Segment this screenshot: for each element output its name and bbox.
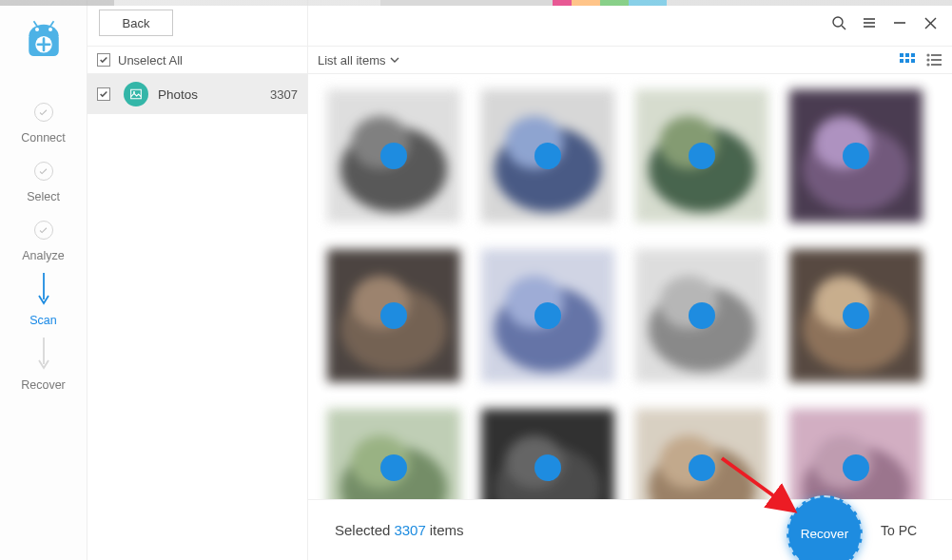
thumbnail-grid-scroll[interactable]	[308, 74, 952, 560]
checkbox-checked-icon[interactable]	[97, 87, 110, 101]
selection-dot-icon	[689, 302, 715, 329]
step-analyze[interactable]: Analyze	[0, 221, 87, 262]
filter-label: List all items	[318, 53, 386, 68]
svg-rect-20	[900, 59, 903, 63]
photo-thumbnail[interactable]	[789, 89, 923, 222]
selected-count: 3307	[394, 522, 425, 538]
filter-dropdown[interactable]: List all items	[318, 53, 399, 68]
step-label: Select	[27, 190, 60, 203]
step-connector-arrow	[37, 333, 50, 375]
svg-rect-28	[931, 64, 942, 66]
selection-dot-icon	[534, 454, 561, 481]
svg-rect-26	[931, 59, 942, 61]
svg-point-27	[926, 63, 929, 66]
step-scan[interactable]: Scan	[0, 314, 87, 327]
category-item-photos[interactable]: Photos 3307	[87, 74, 307, 114]
main-panel: List all items Selected 3307 items Recov…	[308, 0, 952, 560]
check-circle-icon	[34, 103, 53, 122]
svg-line-3	[33, 21, 37, 26]
selection-dot-icon	[689, 454, 715, 481]
svg-point-2	[48, 28, 51, 31]
list-view-icon[interactable]	[925, 53, 942, 67]
svg-line-10	[842, 26, 845, 29]
app-root: Connect Select Analyze Scan Recover Back	[0, 0, 952, 560]
search-icon[interactable]	[830, 14, 847, 31]
android-recovery-logo-icon	[17, 16, 70, 69]
view-toggle	[899, 53, 942, 67]
photo-thumbnail[interactable]	[481, 249, 614, 382]
step-connector-arrow	[37, 268, 50, 310]
app-logo	[0, 0, 87, 86]
photo-thumbnail[interactable]	[635, 89, 768, 222]
grid-view-icon[interactable]	[899, 53, 916, 67]
thumbnail-grid	[327, 89, 941, 542]
step-label: Scan	[29, 314, 57, 327]
svg-rect-19	[911, 53, 915, 57]
select-all-row[interactable]: Unselect All	[87, 46, 307, 74]
category-panel: Back Unselect All Photos 3307	[87, 0, 308, 560]
window-topbar	[308, 0, 952, 46]
footer-bar: Selected 3307 items Recover To PC	[308, 499, 952, 560]
select-all-label: Unselect All	[118, 53, 183, 68]
selection-dot-icon	[534, 143, 561, 169]
step-recover[interactable]: Recover	[0, 378, 87, 392]
selected-suffix: items	[430, 522, 464, 538]
selection-dot-icon	[380, 143, 407, 169]
svg-rect-18	[905, 53, 909, 57]
category-label: Photos	[158, 87, 198, 102]
step-label: Analyze	[22, 249, 64, 262]
category-count: 3307	[270, 87, 298, 102]
check-circle-icon	[34, 162, 53, 181]
photos-icon	[124, 82, 148, 106]
back-button[interactable]: Back	[99, 10, 173, 36]
svg-point-23	[926, 53, 929, 56]
selection-dot-icon	[843, 454, 869, 481]
selection-dot-icon	[380, 302, 407, 329]
photo-thumbnail[interactable]	[481, 89, 614, 222]
selection-dot-icon	[843, 143, 869, 169]
close-icon[interactable]	[922, 14, 939, 31]
photo-thumbnail[interactable]	[327, 249, 460, 382]
svg-point-8	[133, 91, 135, 93]
recover-button-label: Recover	[801, 527, 848, 541]
category-panel-header: Back	[87, 0, 307, 46]
selection-dot-icon	[689, 143, 715, 169]
step-label: Recover	[21, 378, 66, 392]
photo-thumbnail[interactable]	[789, 249, 923, 382]
selection-dot-icon	[534, 302, 561, 329]
svg-point-9	[833, 17, 843, 27]
recover-button[interactable]: Recover	[787, 495, 863, 560]
svg-point-25	[926, 58, 929, 61]
recover-target-label: To PC	[881, 523, 917, 538]
svg-rect-22	[911, 59, 915, 63]
selection-dot-icon	[380, 454, 407, 481]
step-label: Connect	[21, 131, 66, 145]
checkbox-checked-icon[interactable]	[97, 53, 110, 67]
step-select[interactable]: Select	[0, 162, 87, 203]
svg-line-4	[50, 21, 54, 26]
svg-rect-24	[931, 54, 942, 56]
selected-prefix: Selected	[335, 522, 390, 538]
check-circle-icon	[34, 221, 53, 240]
svg-rect-17	[900, 53, 903, 57]
photo-thumbnail[interactable]	[635, 249, 768, 382]
photo-thumbnail[interactable]	[327, 89, 460, 222]
filter-row: List all items	[308, 46, 952, 74]
svg-point-1	[34, 28, 38, 31]
hamburger-icon[interactable]	[861, 14, 878, 31]
chevron-down-icon	[390, 55, 399, 65]
svg-rect-21	[905, 59, 909, 63]
progress-stepper: Connect Select Analyze Scan Recover	[0, 0, 87, 560]
minimize-icon[interactable]	[891, 14, 908, 31]
step-connect[interactable]: Connect	[0, 103, 87, 145]
selection-dot-icon	[843, 302, 869, 329]
